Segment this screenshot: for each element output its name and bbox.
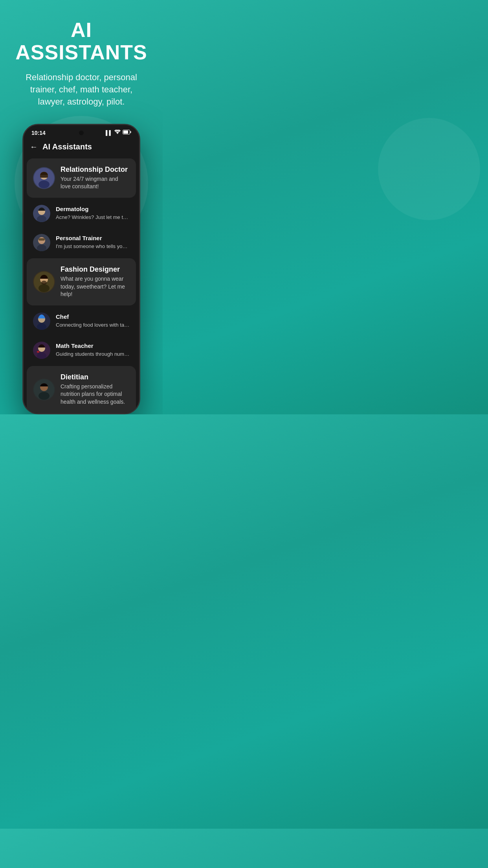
svg-point-27 [39, 392, 50, 400]
notch [79, 131, 84, 135]
item-desc-dietitian: Crafting personalized nutrition plans fo… [61, 383, 130, 406]
item-desc-dermatolog: Acne? Wrinkles? Just let me take care of… [56, 214, 130, 221]
list-item-personal-trainer[interactable]: Personal Trainer I'm just someone who te… [27, 228, 136, 257]
screen-content: Relationship Doctor Your 24/7 wingman an… [24, 157, 139, 413]
avatar-dietitian [33, 379, 55, 401]
item-text-personal-trainer: Personal Trainer I'm just someone who te… [56, 235, 130, 250]
avatar-personal-trainer [33, 234, 50, 251]
item-text-dermatolog: Dermatolog Acne? Wrinkles? Just let me t… [56, 206, 130, 221]
status-time: 10:14 [31, 130, 46, 136]
list-item-chef[interactable]: Chef Connecting food lovers with talente… [27, 307, 136, 335]
svg-point-16 [39, 284, 50, 292]
hero-title: AI ASSISTANTS [13, 19, 150, 64]
item-text-math-teacher: Math Teacher Guiding students through nu… [56, 342, 130, 358]
item-name-dermatolog: Dermatolog [56, 206, 130, 212]
item-name-fashion-designer: Fashion Designer [61, 265, 130, 274]
list-item-math-teacher[interactable]: Math Teacher Guiding students through nu… [27, 336, 136, 364]
item-text-relationship-doctor: Relationship Doctor Your 24/7 wingman an… [61, 166, 130, 191]
item-desc-fashion-designer: What are you gonna wear today, sweethear… [61, 275, 130, 298]
item-text-fashion-designer: Fashion Designer What are you gonna wear… [61, 265, 130, 298]
item-desc-chef: Connecting food lovers with talented hom… [56, 322, 130, 329]
avatar-dermatolog [33, 205, 50, 222]
phone-frame: 10:14 ▌▌ ← AI Assi [22, 124, 140, 414]
wifi-icon [114, 130, 121, 136]
item-name-chef: Chef [56, 313, 130, 320]
item-name-dietitian: Dietitian [61, 373, 130, 381]
item-desc-relationship-doctor: Your 24/7 wingman and love consultant! [61, 175, 130, 191]
item-desc-personal-trainer: I'm just someone who tells you to train … [56, 243, 130, 250]
back-button[interactable]: ← [30, 142, 38, 151]
list-item-fashion-designer[interactable]: Fashion Designer What are you gonna wear… [27, 258, 136, 305]
svg-rect-1 [130, 131, 131, 133]
item-text-chef: Chef Connecting food lovers with talente… [56, 313, 130, 329]
battery-icon [123, 130, 131, 136]
avatar-relationship-doctor [33, 167, 55, 189]
svg-rect-24 [37, 351, 39, 353]
avatar-chef [33, 313, 50, 330]
avatar-math-teacher [33, 342, 50, 359]
item-name-relationship-doctor: Relationship Doctor [61, 166, 130, 174]
hero-section: AI ASSISTANTS Relationship doctor, perso… [0, 0, 163, 116]
svg-rect-13 [39, 238, 45, 241]
item-desc-math-teacher: Guiding students through numbers, equati… [56, 351, 130, 358]
screen-header: ← AI Assistants [24, 138, 139, 157]
avatar-fashion-designer [33, 271, 55, 293]
signal-icon: ▌▌ [106, 130, 112, 136]
list-item-dermatolog[interactable]: Dermatolog Acne? Wrinkles? Just let me t… [27, 199, 136, 228]
list-item-dietitian[interactable]: Dietitian Crafting personalized nutritio… [27, 366, 136, 413]
item-name-math-teacher: Math Teacher [56, 342, 130, 349]
phone-wrapper: 10:14 ▌▌ ← AI Assi [0, 116, 163, 414]
list-item-relationship-doctor[interactable]: Relationship Doctor Your 24/7 wingman an… [27, 158, 136, 198]
svg-rect-6 [40, 175, 48, 178]
hero-subtitle: Relationship doctor, personal trainer, c… [13, 72, 150, 108]
svg-point-17 [41, 281, 47, 285]
status-icons: ▌▌ [106, 130, 131, 136]
screen-title: AI Assistants [42, 142, 92, 151]
item-name-personal-trainer: Personal Trainer [56, 235, 130, 241]
svg-rect-2 [123, 131, 128, 134]
item-text-dietitian: Dietitian Crafting personalized nutritio… [61, 373, 130, 406]
svg-point-5 [39, 180, 50, 188]
